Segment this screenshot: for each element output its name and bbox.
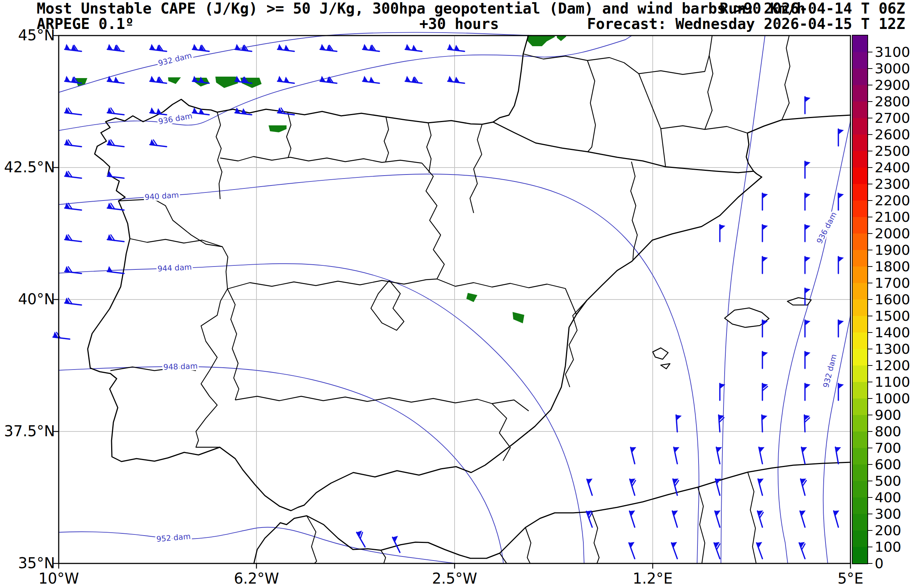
wind-barb [65,139,82,147]
wind-barb [150,139,167,147]
colorbar-segment [853,267,867,283]
wind-barb [719,415,725,432]
cape-area [269,125,287,132]
wind-barb [716,446,725,464]
wind-barb [629,541,640,559]
x-axis-label: 1.2°E [633,570,673,587]
colorbar-segment [853,316,867,333]
geopotential-contour [59,174,699,564]
colorbar-tick-label: 1900 [875,242,910,258]
colorbar-tick-label: 700 [875,440,901,456]
wind-barb [363,44,380,51]
wind-barb [757,541,768,559]
wind-barb [833,510,843,527]
colorbar [852,35,868,564]
colorbar-segment [853,85,867,102]
colorbar-tick-label: 2400 [875,160,910,176]
wind-barb [838,320,844,337]
admin-border [422,163,444,279]
wind-barb [676,415,683,432]
wind-barb [65,107,82,115]
colorbar-tick-label: 1600 [875,291,910,308]
cape-area [168,78,181,84]
admin-border [216,112,222,199]
colorbar-tick-label: 2000 [875,225,910,242]
admin-border [470,124,482,213]
cape-area [466,293,477,302]
colorbar-segment [853,415,867,431]
wind-barb [805,97,810,114]
colorbar-segment [853,283,867,299]
colorbar-tick-label: 2700 [875,110,910,126]
wind-barb [586,510,597,527]
x-axis-label: 2.5°W [432,570,477,587]
x-axis-label: 10°W [39,570,79,587]
contour-label: 936 dam [815,210,838,245]
colorbar-segment [853,151,867,168]
coastline [88,146,762,510]
colorbar-segment [853,481,867,498]
wind-barb [838,257,844,273]
colorbar-tick-label: 500 [875,473,901,489]
admin-border [661,126,747,133]
colorbar-segment [853,299,867,316]
wind-barb [235,107,252,115]
island-outline [787,298,811,305]
weather-map: 932 dam936 dam940 dam944 dam948 dam952 d… [0,0,911,588]
wind-barb [65,298,82,305]
wind-barb [838,129,844,146]
colorbar-segment [853,134,867,151]
wind-barb [631,446,640,464]
admin-border [523,54,666,167]
colorbar-segment [853,184,867,200]
admin-border [118,199,228,447]
colorbar-segment [853,217,867,234]
wind-barb [758,478,768,495]
wind-barb [235,44,252,51]
wind-barb [674,446,682,464]
colorbar-tick-label: 2600 [875,126,910,142]
wind-barb [320,44,337,51]
colorbar-segment [853,448,867,464]
colorbar-segment [853,250,867,267]
admin-border [748,472,756,564]
geopotential-contour [823,315,851,564]
wind-barb [405,76,422,83]
admin-border [381,550,386,564]
colorbar-segment [853,382,867,399]
colorbar-tick-label: 300 [875,506,901,522]
wind-barb [447,76,465,83]
wind-barb [801,478,810,495]
colorbar-tick-label: 1500 [875,308,910,324]
colorbar-segment [853,333,867,349]
colorbar-tick-label: 400 [875,489,901,506]
wind-barb [838,383,844,400]
wind-barb [720,225,725,242]
wind-barb [65,234,82,242]
cape-area [557,36,566,41]
colorbar-segment [853,514,867,530]
wind-barb [762,415,768,432]
wind-barb [192,107,209,115]
wind-barb [357,530,370,547]
colorbar-segment [853,118,867,134]
wind-barb [800,510,810,527]
wind-barb [277,107,295,115]
x-axis-label: 6.2°W [234,570,279,587]
wind-barb [192,44,209,51]
island-outline [661,363,670,369]
y-axis-label: 45°N [0,27,55,44]
wind-barb [762,257,768,273]
wind-barb [630,510,640,527]
colorbar-tick-label: 1300 [875,341,910,357]
geopotential-contour [59,263,584,564]
admin-border [130,239,222,247]
wind-barb [671,541,682,559]
wind-barb [447,44,465,51]
wind-barb [835,446,844,464]
colorbar-segment [853,464,867,481]
colorbar-segment [853,530,867,547]
colorbar-tick-label: 900 [875,407,901,423]
wind-barb [363,76,380,83]
colorbar-tick-label: 1000 [875,391,910,407]
